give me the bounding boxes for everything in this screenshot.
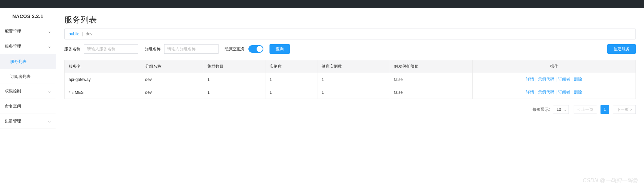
page-title: 服务列表 (64, 14, 636, 25)
sidebar-item[interactable]: 集群管理⌄ (0, 114, 56, 129)
service-table: 服务名分组名称集群数目实例数健康实例数触发保护阈值操作 api-gatewayd… (64, 60, 636, 99)
prev-page-button[interactable]: < 上一页 (574, 105, 597, 114)
table-cell: false (390, 73, 472, 86)
detail-link[interactable]: 详情 (526, 77, 534, 82)
table-cell: 1 (203, 86, 265, 99)
detail-link[interactable]: 详情 (526, 90, 534, 95)
sidebar-item[interactable]: 配置管理⌄ (0, 24, 56, 39)
chevron-right-icon: > (630, 107, 632, 112)
table-cell: 1 (203, 73, 265, 86)
sidebar-item-label: 命名空间 (5, 103, 21, 109)
sidebar-item[interactable]: 服务管理⌄ (0, 39, 56, 54)
sample-code-link[interactable]: 示例代码 (538, 77, 554, 82)
table-header: 集群数目 (203, 60, 265, 73)
table-cell: dev (141, 73, 203, 86)
table-cell: 1 (317, 86, 390, 99)
chevron-left-icon: < (577, 107, 579, 112)
tab-public[interactable]: public (69, 32, 79, 36)
hide-empty-label: 隐藏空服务 (225, 46, 245, 52)
group-name-label: 分组名称 (144, 46, 161, 52)
page-size-value: 10 (557, 107, 561, 112)
sidebar-subitem[interactable]: 订阅者列表 (0, 69, 56, 84)
subscriber-link[interactable]: 订阅者 (558, 77, 570, 82)
namespace-tabs: public | dev (64, 29, 636, 39)
subscriber-link[interactable]: 订阅者 (558, 90, 570, 95)
chevron-down-icon: ⌄ (564, 108, 567, 112)
hide-empty-toggle[interactable] (248, 45, 263, 53)
service-name-label: 服务名称 (64, 46, 81, 52)
table-header: 触发保护阈值 (390, 60, 472, 73)
sidebar: NACOS 2.2.1 配置管理⌄服务管理⌄服务列表订阅者列表权限控制⌄命名空间… (0, 8, 56, 187)
chevron-down-icon: ⌄ (47, 119, 52, 123)
group-name-input[interactable] (164, 44, 219, 54)
table-ops-cell: 详情|示例代码|订阅者|删除 (473, 73, 636, 86)
pagination: 每页显示: 10 ⌄ < 上一页 1 下一页 > (64, 105, 636, 114)
table-cell: dev (141, 86, 203, 99)
table-cell: 1 (317, 73, 390, 86)
table-header: 分组名称 (141, 60, 203, 73)
table-row: api-gatewaydev111false详情|示例代码|订阅者|删除 (65, 73, 636, 86)
sidebar-item-label: 集群管理 (5, 118, 21, 124)
sidebar-item-label: 权限控制 (5, 88, 21, 94)
sample-code-link[interactable]: 示例代码 (538, 90, 554, 95)
chevron-down-icon: ⌄ (47, 29, 52, 34)
page-size-select[interactable]: 10 ⌄ (553, 105, 569, 114)
chevron-down-icon: ⌄ (47, 44, 52, 49)
table-header: 服务名 (65, 60, 141, 73)
watermark: CSDN @一码归一码@ (583, 177, 638, 184)
sidebar-item[interactable]: 命名空间 (0, 99, 56, 114)
table-header: 操作 (473, 60, 636, 73)
sidebar-item-label: 配置管理 (5, 29, 21, 34)
table-ops-cell: 详情|示例代码|订阅者|删除 (473, 86, 636, 99)
main-content: 服务列表 public | dev 服务名称 分组名称 隐藏空服务 查询 创建服… (56, 8, 644, 187)
table-cell: 1 (265, 86, 317, 99)
table-row: MESdev111false详情|示例代码|订阅者|删除 (65, 86, 636, 99)
brand-title: NACOS 2.2.1 (0, 8, 56, 24)
table-cell: api-gateway (65, 73, 141, 86)
table-cell: 1 (265, 73, 317, 86)
table-header: 实例数 (265, 60, 317, 73)
top-bar (0, 0, 644, 8)
create-service-button[interactable]: 创建服务 (607, 44, 636, 54)
service-name-input[interactable] (84, 44, 138, 54)
table-header: 健康实例数 (317, 60, 390, 73)
per-page-label: 每页显示: (533, 107, 550, 113)
next-page-button[interactable]: 下一页 > (613, 105, 636, 114)
service-icon (69, 91, 73, 94)
sidebar-item-label: 服务管理 (5, 44, 21, 49)
filter-bar: 服务名称 分组名称 隐藏空服务 查询 创建服务 (64, 44, 636, 54)
table-cell: MES (65, 86, 141, 99)
table-cell: false (390, 86, 472, 99)
tab-divider: | (82, 32, 83, 36)
delete-link[interactable]: 删除 (574, 90, 582, 95)
query-button[interactable]: 查询 (269, 44, 290, 54)
tab-dev[interactable]: dev (86, 32, 92, 36)
sidebar-subitem[interactable]: 服务列表 (0, 54, 56, 69)
chevron-down-icon: ⌄ (47, 89, 52, 94)
page-number-current[interactable]: 1 (601, 105, 609, 114)
sidebar-item[interactable]: 权限控制⌄ (0, 84, 56, 99)
delete-link[interactable]: 删除 (574, 77, 582, 82)
